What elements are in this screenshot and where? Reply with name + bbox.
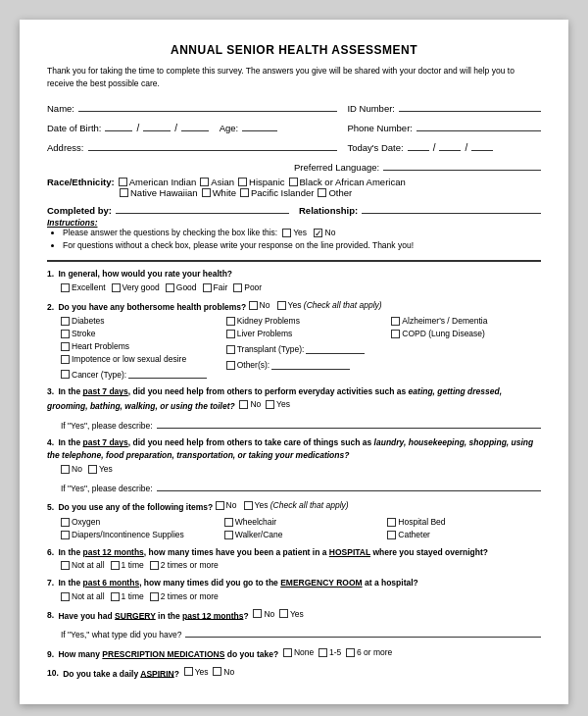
q2-stroke[interactable]: Stroke [61, 328, 211, 340]
q2-copd[interactable]: COPD (Lung Disease) [391, 328, 541, 340]
q5-catheter[interactable]: Catheter [387, 529, 541, 541]
age-field[interactable] [242, 118, 277, 131]
dob-day[interactable] [143, 118, 171, 131]
q5-yes-box[interactable] [244, 501, 253, 510]
q2-alzheimer[interactable]: Alzheimer's / Dementia [391, 315, 541, 328]
q5-no-box[interactable] [216, 501, 224, 510]
q8-no-box[interactable] [253, 609, 262, 618]
today-label: Today's Date: [347, 142, 403, 153]
q1-very-good[interactable]: Very good [112, 281, 160, 294]
q1-poor[interactable]: Poor [233, 281, 262, 294]
q5-diapers[interactable]: Diapers/Incontinence Supplies [61, 529, 215, 541]
q4-no[interactable]: No [61, 463, 82, 476]
race-native-hawaiian-checkbox[interactable] [120, 188, 128, 197]
q1-options: Excellent Very good Good Fair Poor [47, 281, 541, 294]
q2-transplant-type[interactable] [306, 340, 365, 354]
q2-kidney[interactable]: Kidney Problems [226, 315, 376, 328]
question-10: 10. Do you take a daily ASPIRIN? Yes No [47, 666, 541, 681]
q3-describe[interactable] [157, 415, 541, 429]
q6-none[interactable]: Not at all [61, 559, 105, 572]
q2-liver[interactable]: Liver Problems [226, 328, 376, 340]
q10-yes-box[interactable] [184, 667, 193, 676]
race-asian[interactable]: Asian [200, 177, 234, 187]
section-divider [47, 260, 541, 262]
q8-yes-box[interactable] [279, 609, 288, 618]
q6-2plus[interactable]: 2 times or more [150, 559, 219, 572]
q10-no-box[interactable] [213, 667, 221, 676]
instructions-section: Instructions: Please answer the question… [47, 218, 541, 253]
race-native-hawaiian[interactable]: Native Hawaiian [120, 187, 198, 198]
age-label: Age: [220, 123, 239, 133]
q7-none[interactable]: Not at all [61, 590, 105, 603]
q3-yes-box[interactable] [266, 400, 274, 409]
race-hispanic-checkbox[interactable] [238, 178, 247, 186]
q2-cancer[interactable]: Cancer (Type): [61, 369, 126, 382]
race-pacific-islander-checkbox[interactable] [240, 188, 249, 197]
dob-year[interactable] [181, 118, 209, 131]
q7-1[interactable]: 1 time [111, 590, 144, 603]
question-2: 2. Do you have any bothersome health pro… [47, 299, 541, 382]
q9-6plus-box[interactable] [346, 648, 355, 657]
question-1: 1. In general, how would you rate your h… [47, 268, 541, 294]
instructions-list: Please answer the questions by checking … [63, 228, 541, 253]
q2-cancer-type[interactable] [128, 365, 207, 379]
race-black[interactable]: Black or African American [289, 177, 406, 187]
address-field[interactable] [88, 137, 338, 151]
today-year[interactable] [471, 137, 493, 151]
q2-no-box[interactable] [249, 301, 258, 310]
q7-2plus[interactable]: 2 times or more [150, 590, 219, 603]
question-4: 4. In the past 7 days, did you need help… [47, 436, 541, 494]
name-field[interactable] [78, 98, 337, 112]
q2-impotence[interactable]: Impotence or low sexual desire [61, 353, 211, 366]
q5-walker[interactable]: Walker/Cane [224, 529, 378, 541]
q5-wheelchair[interactable]: Wheelchair [224, 516, 378, 529]
race-white-checkbox[interactable] [202, 188, 211, 197]
race-black-checkbox[interactable] [289, 178, 298, 186]
q6-options: Not at all 1 time 2 times or more [47, 559, 541, 572]
q4-describe[interactable] [157, 478, 541, 491]
question-5: 5. Do you use any of the following items… [47, 499, 541, 540]
q9-1-5-box[interactable] [318, 648, 327, 657]
race-asian-checkbox[interactable] [200, 178, 209, 186]
race-white[interactable]: White [202, 187, 236, 198]
q1-excellent[interactable]: Excellent [61, 281, 106, 294]
race-pacific-islander[interactable]: Pacific Islander [240, 187, 314, 198]
q5-oxygen[interactable]: Oxygen [61, 516, 215, 529]
dob-month[interactable] [105, 118, 132, 131]
race-american-indian[interactable]: American Indian [119, 177, 197, 187]
id-field[interactable] [399, 98, 541, 112]
q1-fair[interactable]: Fair [203, 281, 228, 294]
page-title: ANNUAL SENIOR HEALTH ASSESSMENT [47, 43, 541, 57]
q2-yes-box[interactable] [277, 301, 286, 310]
race-american-indian-checkbox[interactable] [119, 178, 127, 186]
race-other-checkbox[interactable] [318, 188, 326, 197]
race-other[interactable]: Other [318, 187, 352, 198]
q4-yes[interactable]: Yes [88, 463, 113, 476]
phone-label: Phone Number: [347, 123, 413, 133]
q6-1[interactable]: 1 time [111, 559, 144, 572]
today-day[interactable] [439, 137, 461, 151]
question-6: 6. In the past 12 months, how many times… [47, 546, 541, 573]
instruction-2: For questions without a check box, pleas… [63, 240, 541, 252]
q2-other[interactable]: Other(s): [226, 359, 270, 372]
relationship-field[interactable] [362, 200, 541, 214]
q5-hospital-bed[interactable]: Hospital Bed [387, 516, 541, 529]
id-label: ID Number: [347, 103, 395, 114]
pref-lang-field[interactable] [383, 157, 541, 171]
q1-good[interactable]: Good [166, 281, 197, 294]
race-hispanic[interactable]: Hispanic [238, 177, 284, 187]
q2-other-type[interactable] [271, 356, 350, 370]
q9-none-box[interactable] [283, 648, 292, 657]
instruction-1: Please answer the questions by checking … [63, 228, 541, 239]
completed-field[interactable] [116, 200, 289, 214]
q2-heart[interactable]: Heart Problems [61, 340, 211, 353]
address-label: Address: [47, 142, 84, 153]
q8-describe[interactable] [185, 624, 541, 638]
q2-transplant[interactable]: Transplant (Type): [226, 343, 305, 356]
q3-no-box[interactable] [239, 400, 248, 409]
phone-field[interactable] [416, 118, 541, 131]
q2-diabetes[interactable]: Diabetes [61, 315, 211, 328]
question-3: 3. In the past 7 days, did you need help… [47, 385, 541, 432]
relationship-label: Relationship: [299, 205, 358, 216]
today-month[interactable] [408, 137, 429, 151]
